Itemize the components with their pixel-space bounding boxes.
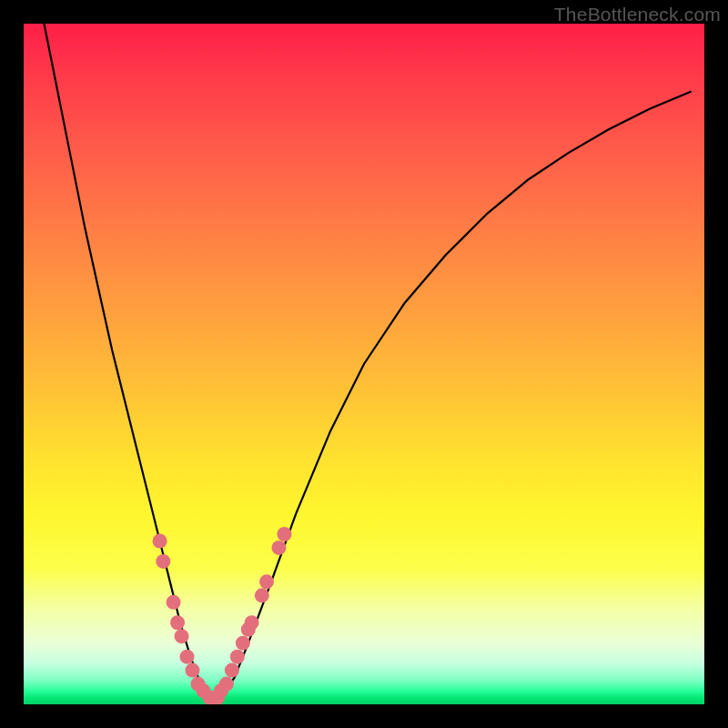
- highlight-dot: [167, 595, 181, 610]
- highlight-dot: [230, 650, 245, 664]
- highlight-dot: [175, 629, 189, 643]
- chart-frame: TheBottleneck.com: [0, 0, 728, 728]
- highlight-dot: [153, 533, 167, 548]
- highlight-dot: [225, 663, 239, 678]
- highlight-dot: [245, 615, 259, 630]
- highlight-dot: [156, 554, 170, 569]
- bottleneck-curve: [44, 24, 691, 698]
- highlight-dots-group: [153, 527, 292, 704]
- highlight-dot: [180, 650, 195, 664]
- highlight-dot: [236, 636, 250, 651]
- highlight-dot: [255, 588, 269, 602]
- chart-overlay-svg: [24, 24, 704, 704]
- highlight-dot: [259, 574, 274, 589]
- plot-area: [24, 24, 704, 704]
- highlight-dot: [186, 663, 200, 678]
- highlight-dot: [219, 677, 234, 692]
- highlight-dot: [277, 527, 291, 541]
- highlight-dot: [272, 541, 287, 555]
- watermark-text: TheBottleneck.com: [554, 4, 721, 25]
- highlight-dot: [170, 615, 185, 630]
